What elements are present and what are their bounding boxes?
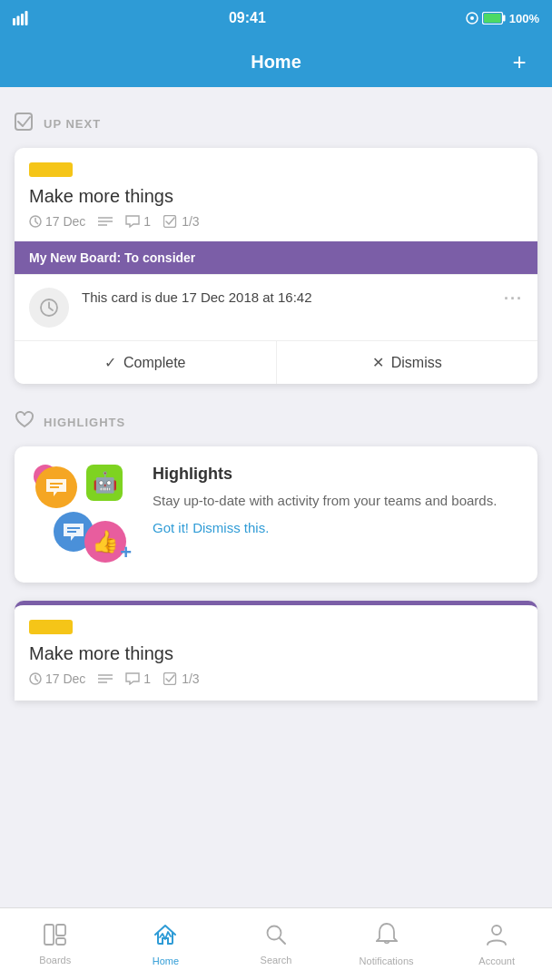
nav-home[interactable]: Home bbox=[111, 908, 222, 980]
second-card-meta: 17 Dec 1 1/3 bbox=[29, 671, 523, 686]
nav-boards[interactable]: Boards bbox=[0, 908, 111, 980]
highlights-desc: Stay up-to-date with activity from your … bbox=[153, 491, 523, 511]
notification-row: This card is due 17 Dec 2018 at 16:42 ··… bbox=[15, 274, 537, 340]
second-card-date-text: 17 Dec bbox=[45, 671, 85, 686]
highlights-section-header: HIGHLIGHTS bbox=[15, 411, 537, 434]
card-comments-count: 1 bbox=[143, 214, 151, 229]
location-icon bbox=[466, 12, 478, 24]
nav-home-label: Home bbox=[153, 956, 179, 966]
checkbox-icon bbox=[15, 113, 34, 135]
svg-rect-0 bbox=[13, 18, 15, 25]
status-bar-left bbox=[13, 11, 29, 25]
svg-rect-27 bbox=[56, 938, 65, 945]
nav-notifications-label: Notifications bbox=[360, 956, 414, 966]
page-title: Home bbox=[251, 52, 301, 73]
status-bar: 09:41 100% bbox=[0, 0, 552, 36]
up-next-label: UP NEXT bbox=[44, 117, 101, 131]
second-card-title: Make more things bbox=[29, 643, 523, 664]
bubble-group: 🤖 ❤ 👍 + bbox=[34, 465, 133, 564]
battery-pct: 100% bbox=[509, 12, 539, 25]
notif-clock-icon bbox=[29, 288, 69, 328]
highlights-illustration: 🤖 ❤ 👍 + bbox=[29, 465, 138, 564]
svg-rect-8 bbox=[484, 14, 501, 23]
svg-rect-25 bbox=[44, 925, 54, 945]
status-bar-time: 09:41 bbox=[229, 10, 266, 26]
svg-rect-1 bbox=[17, 16, 20, 26]
notif-more-button[interactable]: ··· bbox=[504, 288, 523, 309]
action-buttons: ✓ Complete ✕ Dismiss bbox=[15, 340, 537, 384]
nav-account[interactable]: Account bbox=[441, 908, 552, 980]
highlights-label: HIGHLIGHTS bbox=[44, 416, 125, 429]
highlights-card: 🤖 ❤ 👍 + bbox=[15, 446, 537, 583]
board-banner: My New Board: To consider bbox=[15, 241, 537, 274]
list-icon-2 bbox=[98, 673, 113, 684]
dismiss-label: Dismiss bbox=[391, 355, 442, 371]
complete-button[interactable]: ✓ Complete bbox=[15, 341, 277, 384]
dismiss-button[interactable]: ✕ Dismiss bbox=[277, 341, 538, 384]
card-meta: 17 Dec 1 bbox=[29, 214, 523, 229]
second-card-list-icon bbox=[98, 673, 113, 684]
card-label-bar bbox=[29, 162, 73, 177]
board-name-bold: My New Board: bbox=[29, 250, 121, 265]
clock-icon-2 bbox=[29, 672, 42, 685]
bubble-plus: + bbox=[120, 541, 132, 564]
board-name-rest: To consider bbox=[124, 250, 195, 265]
nav-notifications[interactable]: Notifications bbox=[331, 908, 442, 980]
card-date-text: 17 Dec bbox=[45, 214, 85, 229]
nav-search-label: Search bbox=[261, 955, 292, 965]
checklist-icon bbox=[163, 215, 178, 228]
nav-account-label: Account bbox=[478, 956, 515, 966]
card-checklist-text: 1/3 bbox=[182, 214, 199, 229]
complete-label: Complete bbox=[123, 355, 185, 371]
up-next-card: Make more things 17 Dec bbox=[15, 148, 537, 384]
card-date: 17 Dec bbox=[29, 214, 85, 229]
checklist-icon-2 bbox=[163, 672, 178, 685]
battery-icon bbox=[482, 12, 506, 24]
card-checklist: 1/3 bbox=[163, 214, 199, 229]
x-icon: ✕ bbox=[372, 354, 384, 371]
clock-icon bbox=[29, 215, 42, 228]
svg-line-29 bbox=[279, 937, 285, 944]
account-icon bbox=[486, 923, 508, 952]
second-card-date: 17 Dec bbox=[29, 671, 85, 686]
bubble-orange bbox=[35, 466, 77, 508]
second-card-comments: 1 bbox=[125, 671, 151, 686]
highlights-text: Highlights Stay up-to-date with activity… bbox=[153, 465, 523, 564]
list-icon bbox=[98, 216, 113, 227]
svg-rect-3 bbox=[25, 11, 28, 25]
search-icon bbox=[265, 924, 287, 951]
card-desc-icon bbox=[98, 216, 113, 227]
highlights-dismiss-link[interactable]: Got it! Dismiss this. bbox=[153, 520, 523, 535]
bubble-green: 🤖 bbox=[86, 465, 123, 501]
notif-text: This card is due 17 Dec 2018 at 16:42 bbox=[82, 288, 491, 307]
second-card-partial: Make more things 17 Dec bbox=[15, 601, 537, 701]
home-icon bbox=[153, 923, 177, 952]
status-bar-right: 100% bbox=[466, 12, 539, 25]
second-card-checklist: 1/3 bbox=[163, 671, 199, 686]
second-card-label-bar bbox=[29, 620, 73, 634]
signal-icon bbox=[13, 11, 29, 25]
nav-search[interactable]: Search bbox=[221, 908, 331, 980]
second-card-checklist-text: 1/3 bbox=[182, 671, 199, 686]
highlights-title: Highlights bbox=[153, 465, 523, 484]
comment-icon bbox=[125, 215, 140, 228]
svg-rect-2 bbox=[21, 14, 24, 25]
second-card-comments-count: 1 bbox=[143, 671, 151, 686]
card-comments: 1 bbox=[125, 214, 151, 229]
nav-boards-label: Boards bbox=[39, 955, 71, 965]
card-title: Make more things bbox=[29, 186, 523, 207]
svg-rect-26 bbox=[56, 925, 65, 936]
svg-point-30 bbox=[492, 926, 501, 935]
svg-point-5 bbox=[470, 16, 474, 20]
check-icon: ✓ bbox=[104, 354, 116, 371]
comment-icon-2 bbox=[125, 672, 140, 685]
heart-outline-icon bbox=[15, 411, 34, 434]
notifications-icon bbox=[376, 923, 398, 952]
add-button[interactable]: + bbox=[503, 45, 536, 78]
up-next-section-header: UP NEXT bbox=[15, 113, 537, 135]
boards-icon bbox=[44, 924, 67, 951]
main-content: UP NEXT Make more things 17 Dec bbox=[0, 87, 552, 782]
card-inner: Make more things 17 Dec bbox=[15, 148, 537, 241]
app-header: Home + bbox=[0, 36, 552, 87]
bottom-nav: Boards Home Search Noti bbox=[0, 907, 552, 980]
